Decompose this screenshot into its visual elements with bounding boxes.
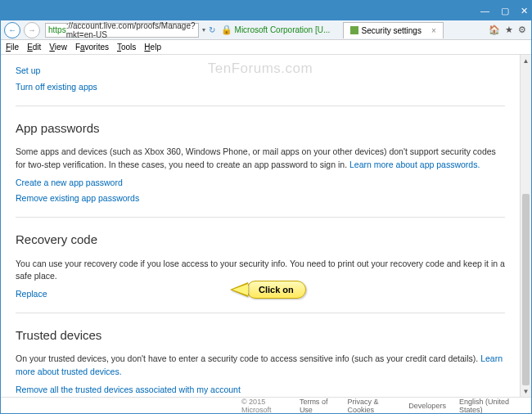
dropdown-icon[interactable]: ▾ [202, 26, 205, 34]
app-passwords-desc: Some apps and devices (such as Xbox 360,… [16, 146, 505, 172]
url-input[interactable]: https://account.live.com/proofs/Manage?m… [45, 23, 199, 38]
maximize-button[interactable]: ▢ [501, 6, 509, 16]
scroll-down-icon[interactable]: ▼ [521, 385, 531, 397]
page-content: TenForums.com Set up Turn off existing a… [1, 55, 520, 397]
vertical-scrollbar[interactable]: ▲ ▼ [520, 55, 531, 397]
recovery-code-heading: Recovery code [16, 231, 505, 250]
url-scheme: https [48, 25, 66, 34]
address-bar: ← → https://account.live.com/proofs/Mana… [1, 20, 531, 40]
favorites-icon[interactable]: ★ [505, 25, 513, 35]
remove-app-passwords-link[interactable]: Remove existing app passwords [16, 192, 505, 205]
menu-bar: FFileile Edit View Favorites Tools Help [1, 40, 531, 55]
tab-title: Security settings [362, 26, 422, 35]
lock-icon: 🔒 [221, 25, 232, 35]
window-titlebar: — ▢ ✕ [1, 1, 531, 20]
recovery-code-desc: You can use your recovery code if you lo… [16, 258, 505, 284]
tab-close-icon[interactable]: × [431, 26, 436, 35]
scroll-thumb[interactable] [522, 194, 530, 385]
terms-link[interactable]: Terms of Use [300, 398, 335, 414]
divider [16, 313, 505, 313]
trusted-devices-heading: Trusted devices [16, 326, 505, 345]
url-rest: ://account.live.com/proofs/Manage?mkt=en… [66, 21, 196, 39]
menu-favorites[interactable]: Favorites [75, 43, 109, 52]
divider [16, 106, 505, 106]
developers-link[interactable]: Developers [408, 402, 446, 410]
page-footer: © 2015 Microsoft Terms of Use Privacy & … [1, 397, 531, 413]
trusted-devices-desc: On your trusted devices, you don't have … [16, 353, 505, 379]
remove-trusted-devices-link[interactable]: Remove all the trusted devices associate… [16, 384, 505, 397]
menu-file[interactable]: FFileile [6, 43, 19, 52]
app-passwords-heading: App passwords [16, 119, 505, 138]
tab-favicon [350, 26, 358, 34]
cert-label: Microsoft Corporation [U... [235, 25, 341, 34]
setup-link[interactable]: Set up [16, 65, 505, 78]
language-link[interactable]: English (United States) [459, 398, 520, 414]
minimize-button[interactable]: — [480, 6, 489, 16]
browser-tab[interactable]: Security settings × [343, 22, 444, 38]
forward-button[interactable]: → [24, 22, 40, 38]
menu-edit[interactable]: Edit [27, 43, 41, 52]
privacy-link[interactable]: Privacy & Cookies [348, 398, 396, 414]
copyright: © 2015 Microsoft [241, 398, 286, 414]
back-button[interactable]: ← [4, 22, 20, 38]
menu-view[interactable]: View [49, 43, 67, 52]
home-icon[interactable]: 🏠 [489, 25, 500, 35]
refresh-icon[interactable]: ↻ [209, 25, 215, 34]
replace-code-link[interactable]: Replace [16, 288, 505, 301]
tools-icon[interactable]: ⚙ [518, 25, 526, 35]
turnoff-apps-link[interactable]: Turn off existing apps [16, 81, 505, 94]
menu-tools[interactable]: Tools [117, 43, 136, 52]
divider [16, 217, 505, 218]
menu-help[interactable]: Help [144, 43, 161, 52]
scroll-up-icon[interactable]: ▲ [521, 55, 531, 66]
create-app-password-link[interactable]: Create a new app password [16, 177, 505, 190]
close-window-button[interactable]: ✕ [521, 6, 528, 16]
learn-app-passwords-link[interactable]: Learn more about app passwords. [349, 160, 480, 169]
